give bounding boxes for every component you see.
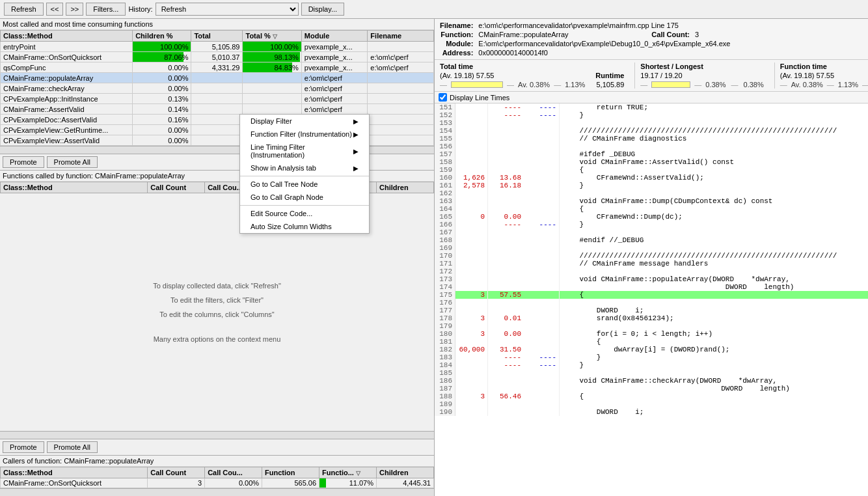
code-line[interactable]: 18030.00 for(i = 0; i < length; i++) [435,330,868,338]
code-line[interactable]: 167 [435,228,868,236]
code-line[interactable]: 17830.01 srand(0x84561234); [435,314,868,322]
table-row[interactable]: entryPoint100.00%5,105.89100.00%pvexampl… [1,42,434,52]
nav-back-button[interactable]: << [46,3,64,16]
promote-all-button-1[interactable]: Promote All [47,156,98,168]
code-line[interactable]: 168 #endif //_DEBUG [435,236,868,244]
cell-function: 565.06 [262,478,319,488]
callee-col-callcount[interactable]: Call Count [148,182,205,193]
table-row[interactable]: CMainFrame::OnSortQuicksort30.00%565.061… [1,478,434,488]
code-line[interactable]: 164 { [435,205,868,213]
code-line[interactable]: 190 DWORD i; [435,408,868,416]
line-code: } [560,353,868,361]
table-row[interactable]: CPvExampleApp::InitInstance0.13%e:\om\c\… [1,94,434,104]
code-line[interactable]: 1601,62613.68 CFrameWnd::AssertValid(); [435,174,868,182]
code-line[interactable]: 173 void CMainFrame::populateArray(DWORD… [435,275,868,283]
caller-col-children[interactable]: Children [377,467,434,478]
code-line[interactable]: 151-------- return TRUE; [435,103,868,111]
code-line[interactable]: 171 // CMainFrame message handlers [435,260,868,268]
line-time2 [524,338,560,346]
code-line[interactable]: 170 ////////////////////////////////////… [435,252,868,260]
longest-av: 0.38% [744,81,764,89]
code-line[interactable]: 172 [435,268,868,275]
context-menu-item[interactable]: Show in Analysis tab▶ [240,161,369,174]
context-menu-item[interactable]: Auto Size Column Widths [240,220,369,233]
caller-col-fn[interactable]: Function [262,467,319,478]
code-line[interactable]: 154 ////////////////////////////////////… [435,127,868,135]
table-row[interactable]: CMainFrame::OnSortQuicksort87.06%5,010.3… [1,52,434,62]
call-count-label: Call Count: [651,31,690,38]
col-filename[interactable]: Filename [368,31,434,42]
code-line[interactable]: 187 DWORD length) [435,385,868,393]
filters-button[interactable]: Filters... [86,3,126,16]
line-time1: 31.50 [488,346,524,353]
table-row[interactable]: CMainFrame::AssertValid0.14%e:\om\c\perf [1,104,434,115]
promote-button-2[interactable]: Promote [3,441,44,453]
context-menu-item[interactable]: Display Filter▶ [240,115,369,128]
code-line[interactable]: 176 [435,299,868,307]
code-line[interactable]: 158 void CMainFrame::AssertValid() const [435,158,868,166]
line-time2 [524,127,560,135]
context-menu-item[interactable]: Go to Call Tree Node [240,178,369,191]
code-line[interactable]: 188356.46 { [435,393,868,400]
code-line[interactable]: 1612,57816.18 } [435,182,868,189]
code-line[interactable]: 156 [435,143,868,150]
code-line[interactable]: 166-------- } [435,221,868,228]
code-line[interactable]: 153 [435,119,868,127]
code-line[interactable]: 177 DWORD i; [435,307,868,314]
callee-col-method[interactable]: Class::Method [1,182,148,193]
code-line[interactable]: 169 [435,244,868,252]
code-line[interactable]: 18260,00031.50 dwArray[i] = (DWORD)rand(… [435,346,868,353]
line-time1 [488,119,524,127]
context-menu-item[interactable]: Function Filter (Instrumentation)▶ [240,128,369,141]
context-menu-item[interactable]: Go to Call Graph Node [240,191,369,204]
caller-col-callcount[interactable]: Call Count [148,467,205,478]
nav-fwd-button[interactable]: >> [66,3,83,16]
code-line[interactable]: 189 [435,400,868,408]
code-line[interactable]: 157 #ifdef _DEBUG [435,150,868,158]
display-button[interactable]: Display... [301,3,344,16]
table-row[interactable]: CMainFrame::populateArray0.00%e:\om\c\pe… [1,73,434,83]
caller-col-functio[interactable]: Functio... ▽ [319,467,377,478]
filename-value: e:\om\c\performancevalidator\pvexample\m… [478,21,863,29]
callee-col-children[interactable]: Children [377,182,434,193]
caller-col-callcou[interactable]: Call Cou... [205,467,262,478]
fn-dash2: — [827,81,834,89]
code-line[interactable]: 16500.00 CFrameWnd::Dump(dc); [435,213,868,221]
code-line[interactable]: 155 // CMainFrame diagnostics [435,135,868,143]
col-children-pct[interactable]: Children % [133,31,191,42]
line-number: 161 [435,182,455,189]
col-method[interactable]: Class::Method [1,31,133,42]
code-line[interactable]: 181 { [435,338,868,346]
context-menu-item[interactable]: Edit Source Code... [240,207,369,220]
caller-hscroll[interactable] [0,488,434,496]
line-number: 165 [435,213,455,221]
col-module[interactable]: Module [301,31,368,42]
code-line[interactable]: 175357.55 { [435,291,868,299]
display-line-times-checkbox[interactable] [439,93,447,102]
code-line[interactable]: 186 void CMainFrame::checkArray(DWORD *d… [435,377,868,385]
context-menu-item[interactable]: Line Timing Filter (Instrumentation)▶ [240,141,369,161]
code-line[interactable]: 174 DWORD length) [435,283,868,291]
history-select[interactable]: Refresh [156,3,299,16]
code-line[interactable]: 183-------- } [435,353,868,361]
refresh-button[interactable]: Refresh [4,3,44,16]
col-total[interactable]: Total [191,31,243,42]
promote-all-button-2[interactable]: Promote All [47,441,98,453]
code-line[interactable]: 152-------- } [435,111,868,119]
code-area[interactable]: 151-------- return TRUE;152-------- }153… [435,103,868,496]
fn-time-pct: 1.13% [838,81,858,89]
col-total-pct[interactable]: Total % ▽ [243,31,301,42]
promote-button-1[interactable]: Promote [3,156,44,168]
code-line[interactable]: 163 void CMainFrame::Dump(CDumpContext& … [435,197,868,205]
code-line[interactable]: 179 [435,322,868,330]
code-line[interactable]: 185 [435,369,868,377]
table-row[interactable]: qsCompFunc0.00%4,331.2984.83%pvexample_x… [1,62,434,73]
code-line[interactable]: 162 [435,189,868,197]
caller-col-method[interactable]: Class::Method [1,467,148,478]
code-line[interactable]: 184-------- } [435,361,868,369]
callee-hscroll[interactable] [0,431,434,439]
table-row[interactable]: CMainFrame::checkArray0.00%e:\om\c\perf [1,83,434,94]
empty-info-line: To edit the filters, click "Filter" [170,293,264,307]
line-number: 183 [435,353,455,361]
code-line[interactable]: 159 { [435,166,868,174]
